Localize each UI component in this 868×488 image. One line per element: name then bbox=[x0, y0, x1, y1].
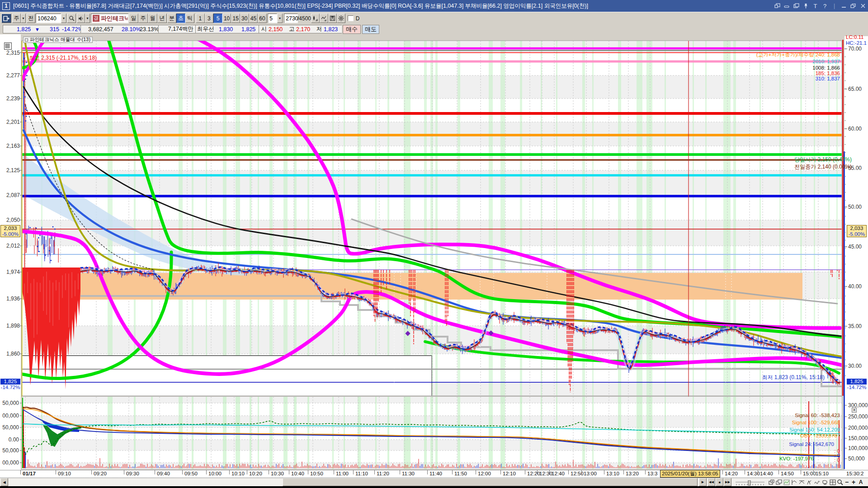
grid-chart-icon[interactable] bbox=[829, 479, 836, 486]
crosshair-tool-icon[interactable] bbox=[790, 479, 798, 486]
window-bottom-edge bbox=[0, 486, 868, 488]
auto-scale-button[interactable]: A bbox=[858, 479, 864, 486]
volume-tool-icon[interactable] bbox=[821, 479, 829, 486]
chart-legend[interactable]: 파인테크닉스 매물대 수(13) bbox=[23, 37, 93, 43]
legend-checkbox[interactable] bbox=[25, 38, 28, 42]
window-add-icon[interactable] bbox=[767, 479, 775, 486]
zoom-in-button[interactable]: + bbox=[850, 479, 857, 486]
cascade-windows-icon[interactable] bbox=[775, 479, 783, 486]
scroll-left-button[interactable]: ◀ bbox=[0, 478, 8, 486]
wave-tool-icon[interactable] bbox=[813, 479, 821, 486]
replay-stop-button[interactable]: ■ bbox=[716, 478, 723, 486]
replay-rewind-button[interactable]: ◀◀ bbox=[708, 478, 715, 486]
chart-area-icon[interactable] bbox=[783, 479, 790, 486]
zoom-tool-icon[interactable] bbox=[837, 479, 843, 486]
app-window: 1 [0601] 주식종합차트 - 유통비율[67.8] 거래대금[7,174(… bbox=[0, 0, 868, 488]
replay-speed-slider[interactable] bbox=[736, 479, 764, 485]
horizontal-scrollbar[interactable]: ◀▶◀◀■▶▶−+A bbox=[0, 478, 868, 486]
scrollbar-thumb[interactable] bbox=[283, 478, 698, 486]
grid-settings-icon[interactable] bbox=[4, 42, 12, 50]
trendline-tool-icon[interactable] bbox=[798, 479, 806, 486]
time-axis bbox=[0, 470, 868, 478]
updown-tool-icon[interactable] bbox=[806, 479, 813, 486]
replay-play-button[interactable]: ▶ bbox=[699, 478, 707, 486]
chart-canvas[interactable] bbox=[0, 0, 868, 488]
replay-forward-button[interactable]: ▶▶ bbox=[724, 478, 731, 486]
legend-text: 파인테크닉스 매물대 수(13) bbox=[30, 37, 90, 43]
zoom-out-button[interactable]: − bbox=[844, 479, 850, 486]
